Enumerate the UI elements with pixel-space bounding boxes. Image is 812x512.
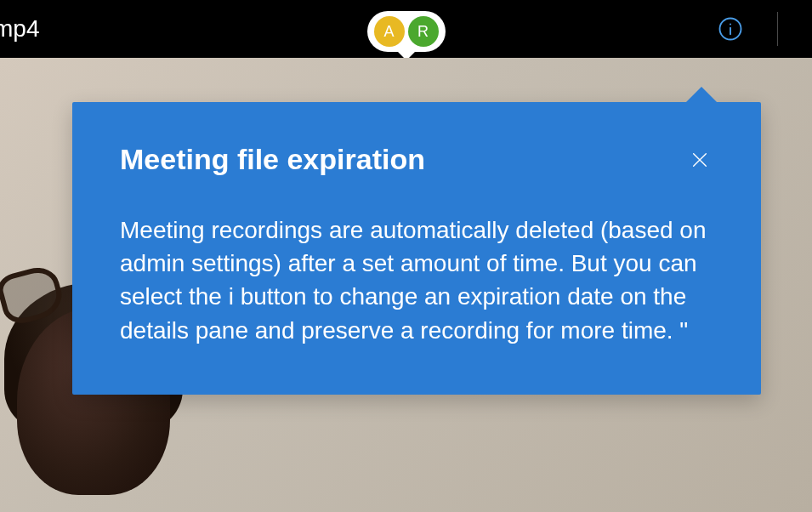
svg-point-1 xyxy=(730,23,731,25)
info-button[interactable] xyxy=(717,15,744,43)
tooltip-header: Meeting file expiration xyxy=(120,143,713,176)
header-divider xyxy=(777,12,778,46)
header-bar: mp4 A R xyxy=(0,0,812,58)
expiration-tooltip: Meeting file expiration Meeting recordin… xyxy=(72,102,761,395)
avatar-initial: R xyxy=(417,23,429,41)
close-icon xyxy=(690,151,709,169)
avatar-initial: A xyxy=(383,23,394,41)
avatar-user-a[interactable]: A xyxy=(374,16,405,47)
info-icon xyxy=(718,16,743,42)
file-name: mp4 xyxy=(0,15,39,43)
avatar-user-r[interactable]: R xyxy=(408,16,439,47)
tooltip-body: Meeting recordings are automatically del… xyxy=(120,213,713,347)
presence-avatars-pill[interactable]: A R xyxy=(367,11,446,52)
tooltip-close-button[interactable] xyxy=(686,146,713,174)
tooltip-title: Meeting file expiration xyxy=(120,143,425,176)
